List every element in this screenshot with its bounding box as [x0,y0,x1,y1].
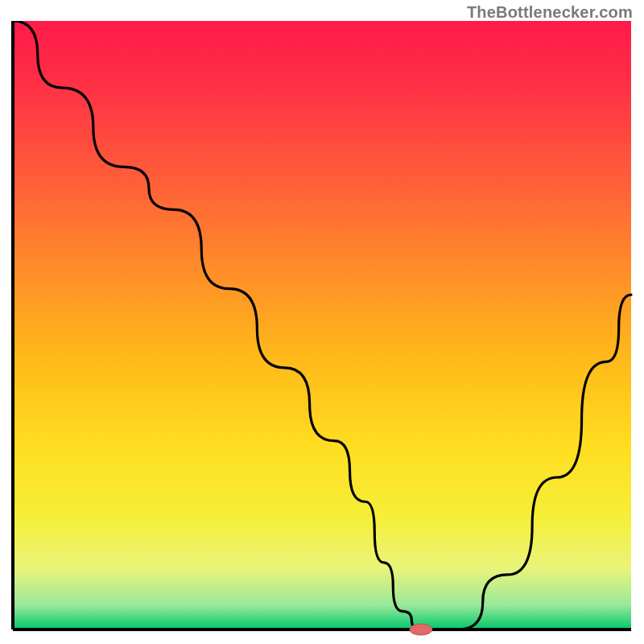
gradient-background [13,21,631,630]
attribution-caption: TheBottlenecker.com [467,3,633,22]
bottleneck-chart [8,21,636,638]
optimal-point-marker [410,624,432,635]
chart-svg [8,21,636,638]
